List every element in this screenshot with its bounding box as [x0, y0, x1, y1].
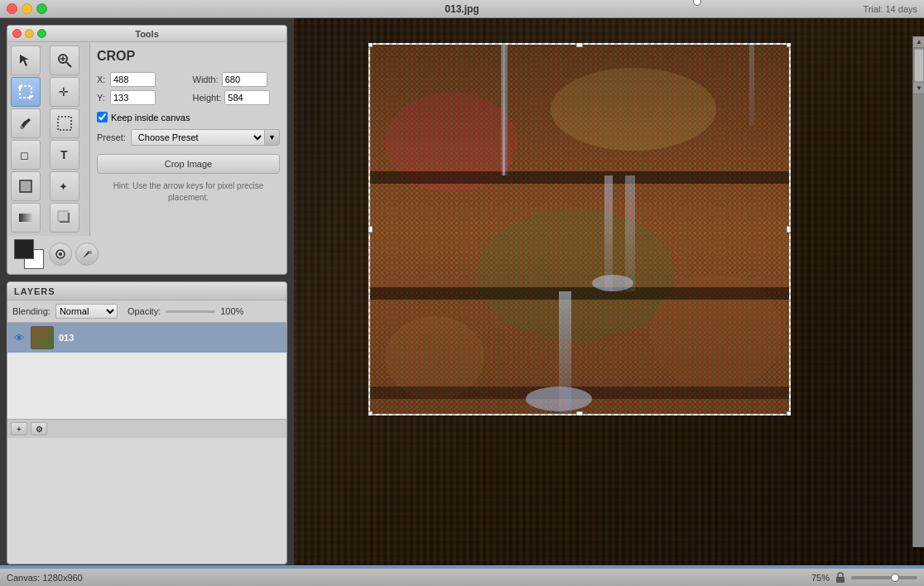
crop-image-container — [368, 43, 791, 415]
brush-tool[interactable] — [11, 108, 41, 138]
tools-maximize[interactable] — [37, 29, 46, 38]
maximize-button[interactable] — [36, 3, 47, 14]
height-label: Height: — [193, 93, 222, 103]
crop-section-title: CROP — [97, 49, 280, 64]
svg-point-10 — [20, 126, 23, 129]
color-tools — [49, 243, 99, 266]
trial-badge: Trial: 14 days — [863, 4, 917, 14]
vertical-scrollbar[interactable]: ▲ ▼ — [912, 36, 924, 547]
zoom-controls: 75% — [811, 572, 917, 584]
preset-arrow-button[interactable]: ▼ — [265, 129, 280, 146]
color-area — [7, 236, 286, 274]
blending-select[interactable]: Normal — [55, 304, 118, 319]
x-label: X: — [97, 74, 107, 84]
opacity-label: Opacity: — [128, 306, 161, 316]
svg-point-21 — [89, 251, 92, 254]
layer-item[interactable]: 👁 013 — [7, 323, 286, 353]
layers-empty-area — [7, 353, 286, 419]
preset-dropdown-container: Choose Preset ▼ — [131, 129, 280, 146]
svg-rect-58 — [787, 226, 791, 233]
eyedropper-tool[interactable] — [49, 243, 72, 266]
main-content: Tools ✛ — [0, 18, 924, 568]
tools-panel: Tools ✛ — [7, 25, 287, 275]
svg-text:◻: ◻ — [20, 149, 29, 161]
text-tool[interactable]: T — [50, 140, 79, 170]
zoom-slider[interactable] — [851, 576, 917, 579]
svg-text:✛: ✛ — [59, 85, 69, 98]
keep-inside-label: Keep inside canvas — [111, 113, 190, 122]
layers-panel: LAYERS Blending: Normal Opacity: 100% 👁 … — [7, 281, 287, 564]
tools-title-bar: Tools — [7, 26, 286, 42]
left-panels: Tools ✛ — [0, 18, 294, 568]
color-picker-tool[interactable] — [75, 243, 99, 266]
svg-rect-11 — [58, 117, 71, 130]
scroll-up-arrow[interactable]: ▲ — [913, 36, 924, 48]
svg-rect-55 — [576, 43, 583, 47]
svg-rect-52 — [787, 43, 791, 47]
layers-header: LAYERS — [7, 282, 286, 300]
svg-rect-59 — [836, 577, 845, 583]
zoom-thumb[interactable] — [891, 574, 899, 582]
tools-panel-title: Tools — [135, 29, 159, 39]
svg-point-20 — [59, 252, 62, 256]
zoom-value: 75% — [811, 573, 830, 583]
canvas-area: ▲ ▼ — [294, 18, 924, 568]
svg-rect-57 — [368, 226, 373, 233]
canvas-info: Canvas: 1280x960 — [7, 573, 83, 583]
svg-rect-16 — [19, 214, 32, 222]
svg-rect-53 — [368, 411, 373, 415]
close-button[interactable] — [7, 3, 17, 14]
preset-row: Preset: Choose Preset ▼ — [97, 129, 280, 146]
status-bar: Canvas: 1280x960 75% — [0, 568, 924, 586]
settings-button[interactable]: ⚙ — [31, 422, 47, 435]
opacity-value: 100% — [220, 306, 243, 316]
crop-image-button[interactable]: Crop Image — [97, 154, 280, 174]
hint-text: Hint: Use the arrow keys for pixel preci… — [97, 180, 280, 204]
shadow-tool[interactable] — [50, 203, 79, 233]
x-input[interactable] — [110, 72, 156, 87]
traffic-lights — [7, 3, 47, 14]
selection-tool[interactable] — [11, 46, 41, 75]
svg-rect-14 — [20, 180, 31, 192]
svg-rect-48 — [368, 43, 791, 415]
x-coord-row: X: — [97, 72, 185, 87]
fg-bg-colors[interactable] — [14, 239, 44, 269]
svg-rect-56 — [576, 411, 583, 415]
width-label: Width: — [193, 74, 219, 84]
layers-title: LAYERS — [14, 286, 55, 296]
tools-body: ✛ ◻ T — [7, 42, 286, 236]
width-input[interactable] — [222, 72, 267, 87]
move-tool[interactable]: ✛ — [50, 77, 79, 107]
eraser-tool[interactable]: ◻ — [11, 140, 41, 170]
svg-rect-54 — [787, 411, 791, 415]
y-input[interactable] — [110, 90, 156, 105]
scroll-thumb-vertical[interactable] — [914, 49, 924, 82]
preset-select[interactable]: Choose Preset — [131, 129, 265, 146]
keep-inside-checkbox[interactable] — [97, 112, 108, 122]
add-layer-button[interactable]: + — [11, 422, 27, 435]
svg-rect-18 — [58, 211, 68, 221]
zoom-tool[interactable] — [50, 46, 79, 75]
zoom-lock-icon — [835, 572, 846, 584]
svg-line-1 — [66, 62, 71, 67]
tools-close[interactable] — [12, 29, 22, 38]
width-coord-row: Width: — [193, 72, 281, 87]
lasso-tool[interactable] — [50, 108, 79, 138]
layer-name: 013 — [59, 333, 74, 343]
height-input[interactable] — [224, 90, 270, 105]
layers-footer: + ⚙ — [7, 419, 286, 438]
outer-canvas: ▲ ▼ — [294, 18, 924, 568]
layer-thumbnail — [31, 326, 54, 349]
layer-visibility-toggle[interactable]: 👁 — [12, 331, 26, 344]
tools-minimize[interactable] — [25, 29, 34, 38]
foreground-color-swatch[interactable] — [14, 239, 34, 259]
scroll-down-arrow[interactable]: ▼ — [913, 83, 924, 94]
wand-tool[interactable]: ✦ — [50, 171, 79, 201]
blending-label: Blending: — [12, 306, 51, 316]
crop-tool[interactable] — [11, 77, 41, 107]
opacity-slider[interactable] — [166, 310, 215, 313]
rect-tool[interactable] — [11, 171, 41, 201]
gradient-tool[interactable] — [11, 203, 41, 233]
preset-label: Preset: — [97, 132, 126, 142]
minimize-button[interactable] — [22, 3, 32, 14]
